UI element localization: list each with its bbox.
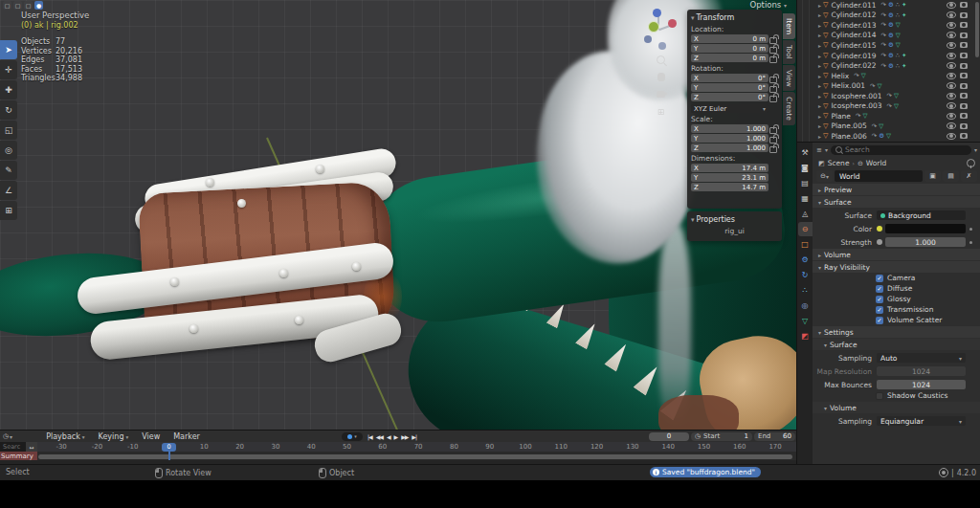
lock-icon[interactable] (769, 146, 777, 153)
menu-marker[interactable]: Marker (168, 432, 209, 441)
editor-type-icon[interactable]: ◷▾ (3, 432, 12, 440)
strength-field[interactable]: 1.000 (885, 237, 966, 247)
surface-panel-header[interactable]: ▾Surface (813, 196, 980, 208)
visibility-eye-icon[interactable] (947, 93, 956, 99)
scale-tool-button[interactable]: ◱ (0, 121, 17, 140)
render-visibility-icon[interactable] (960, 133, 968, 139)
scale-y-field[interactable]: Y1.000 (691, 134, 768, 143)
gizmo-z-axis[interactable] (653, 9, 661, 17)
properties-tab-world[interactable]: ⊖ (798, 222, 813, 236)
checkbox[interactable]: ✓ (876, 285, 883, 293)
move-tool-button[interactable]: ✚ (0, 80, 17, 99)
properties-tab-physics[interactable]: ↻ (798, 268, 813, 282)
frame-end-field[interactable]: End 60 (754, 432, 795, 441)
menu-view[interactable]: View (137, 432, 168, 441)
transform-panel-header[interactable]: ▾Transform (691, 13, 778, 22)
lock-icon[interactable] (769, 56, 777, 63)
properties-tab-particles[interactable]: ∴ (798, 283, 813, 298)
channel-search-input[interactable]: Searc (0, 442, 26, 452)
outliner-item-cylinder.013[interactable]: ▸▽Cylinder.013↷⚙▽ (797, 20, 980, 31)
frame-start-field[interactable]: ◷ Start 1 (691, 432, 752, 441)
channel-filter-button[interactable]: ↔ (26, 442, 37, 452)
outliner-item-cylinder.011[interactable]: ▸▽Cylinder.011↷⚙∴✦ (797, 0, 980, 11)
duplicate-button[interactable]: ▤ (943, 170, 959, 182)
visibility-eye-icon[interactable] (947, 42, 956, 49)
npanel-tab-tool[interactable]: Tool (783, 40, 795, 64)
gizmo-y-axis[interactable] (648, 21, 659, 33)
3d-viewport[interactable]: ▢▢▢● Options ▾ User Perspective (0) ak |… (0, 0, 796, 430)
active-tool-icon[interactable]: ● (34, 1, 43, 10)
unlink-button[interactable]: ✗ (961, 170, 977, 182)
pan-icon[interactable] (655, 71, 667, 83)
outliner-item-cylinder.012[interactable]: ▸▽Cylinder.012↷⚙∴✦ (797, 11, 980, 21)
animate-dot-icon[interactable] (969, 228, 972, 231)
visibility-eye-icon[interactable] (947, 133, 956, 140)
expand-icon[interactable]: ▸ (818, 42, 821, 49)
rotation-y-field[interactable]: Y0° (691, 83, 768, 92)
shadow-caustics-checkbox[interactable] (876, 392, 883, 400)
scale-x-field[interactable]: X1.000 (691, 124, 768, 133)
preview-panel-header[interactable]: ▸Preview (813, 184, 980, 195)
render-visibility-icon[interactable] (960, 123, 968, 129)
location-x-field[interactable]: X0 m (691, 34, 768, 43)
properties-tab-material[interactable]: ◩ (798, 329, 813, 343)
properties-tab-modifiers[interactable]: ⚙ (798, 253, 813, 267)
surface-shader-button[interactable]: Background (877, 210, 966, 220)
world-browse-button[interactable]: ⊖▾ (816, 170, 833, 182)
outliner-item-plane.006[interactable]: ▸▽Plane.006↷⚙▽ (797, 131, 980, 142)
expand-icon[interactable]: ▸ (818, 2, 821, 9)
properties-tab-view-layer[interactable]: ▦ (798, 191, 813, 206)
editor-type-icon[interactable]: ▢ (3, 1, 11, 10)
expand-icon[interactable]: ▸ (818, 122, 821, 129)
lock-icon[interactable] (769, 127, 777, 134)
tweak-select-tool-button[interactable]: ➤ (0, 40, 17, 59)
render-visibility-icon[interactable] (960, 12, 968, 18)
volume-sampling-dropdown[interactable]: Equiangular▾ (877, 416, 966, 426)
visibility-eye-icon[interactable] (947, 73, 956, 79)
render-visibility-icon[interactable] (960, 83, 968, 89)
expand-icon[interactable]: ▸ (818, 93, 821, 99)
outliner-item-helix.001[interactable]: ▸▽Helix.001↷▽ (797, 80, 980, 91)
render-visibility-icon[interactable] (960, 33, 968, 38)
visibility-eye-icon[interactable] (947, 82, 956, 89)
zoom-icon[interactable] (655, 54, 667, 66)
lock-icon[interactable] (769, 37, 777, 44)
render-visibility-icon[interactable] (960, 22, 968, 28)
settings-panel-header[interactable]: ▾Settings (813, 326, 980, 338)
expand-icon[interactable]: ▸ (818, 82, 821, 89)
timeline-ruler[interactable]: -30-20-101020304050607080901001101201301… (0, 442, 796, 452)
render-visibility-icon[interactable] (960, 93, 968, 99)
checkbox[interactable]: ✓ (876, 275, 883, 282)
measure-tool-button[interactable]: ∠ (0, 181, 17, 200)
properties-tab-constraints[interactable]: ◎ (798, 298, 813, 313)
next-keyframe-button[interactable]: ▶▶ (401, 433, 408, 440)
properties-tab-render[interactable]: ◙ (798, 161, 813, 175)
add-primitive-tool-button[interactable]: ⊞ (0, 201, 17, 220)
annotate-tool-button[interactable]: ✎ (0, 161, 17, 180)
visibility-eye-icon[interactable] (947, 22, 956, 29)
properties-tab-object[interactable]: □ (798, 237, 813, 252)
outliner-item-icosphere.003[interactable]: ▸▽Icosphere.003↷▽ (797, 100, 980, 111)
properties-panel-header[interactable]: ▾Properties (691, 215, 778, 224)
navigation-gizmo[interactable] (639, 4, 685, 55)
world-name-field[interactable]: World (835, 170, 923, 182)
render-visibility-icon[interactable] (960, 73, 968, 78)
breadcrumb-scene[interactable]: Scene (828, 159, 850, 167)
color-swatch-field[interactable] (885, 224, 966, 233)
lock-icon[interactable] (769, 96, 777, 102)
fake-user-button[interactable]: ▣ (924, 170, 941, 182)
expand-icon[interactable]: ▸ (818, 11, 821, 18)
timeline-scrollbar[interactable] (38, 454, 792, 459)
npanel-tab-view[interactable]: View (783, 65, 795, 92)
expand-icon[interactable]: ▸ (818, 73, 821, 79)
gizmo-minus-axis[interactable] (644, 35, 652, 43)
jump-start-button[interactable]: |◀ (368, 433, 372, 440)
checkbox[interactable]: ✓ (876, 296, 883, 303)
transform-tool-button[interactable]: ◎ (0, 141, 17, 160)
options-menu[interactable]: Options ▾ (749, 0, 787, 10)
expand-icon[interactable]: ▸ (818, 62, 821, 69)
outliner-item-cylinder.022[interactable]: ▸▽Cylinder.022↷⚙∴✦ (797, 60, 980, 71)
dimensions-x-field[interactable]: X17.4 m (691, 164, 768, 172)
outliner-item-cylinder.014[interactable]: ▸▽Cylinder.014↷⚙▽ (797, 31, 980, 41)
editor-type-icon[interactable]: ≡ (816, 146, 822, 154)
